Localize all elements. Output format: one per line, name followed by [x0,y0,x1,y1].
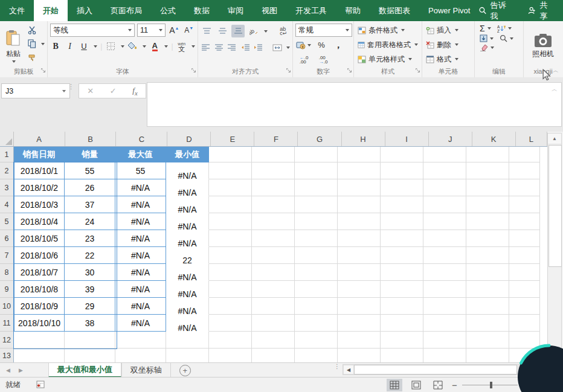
cell-F3[interactable] [252,179,295,196]
cell-J7[interactable] [423,247,466,264]
column-header-H[interactable]: H [342,132,385,146]
format-as-table-button[interactable]: 套用表格格式 [356,38,419,51]
cell-L2[interactable] [509,162,540,179]
row-header-7[interactable]: 7 [0,247,14,264]
cell-G9[interactable] [295,281,338,298]
cell-G7[interactable] [295,247,338,264]
alignment-dialog-launcher[interactable] [286,66,291,76]
cell-F4[interactable] [252,196,295,213]
scroll-up-arrow[interactable]: ▲ [548,133,561,144]
cell-J12[interactable] [423,332,466,349]
cell-J3[interactable] [423,179,466,196]
find-select-button[interactable] [500,34,513,42]
page-layout-view-button[interactable] [408,379,424,391]
cell-G11[interactable] [295,315,338,332]
cell-C8[interactable]: #N/A [115,264,166,281]
name-box-splitter[interactable]: ⋮ [68,85,74,88]
cell-H5[interactable] [338,213,381,230]
cell-L10[interactable] [509,298,540,315]
font-dialog-launcher[interactable] [191,66,196,76]
cell-E13[interactable] [209,349,252,362]
cell-B4[interactable]: 37 [65,196,115,213]
menu-tab-11[interactable]: Power Pivot [419,0,479,21]
fill-color-dropdown-caret[interactable] [143,45,146,48]
sheet-nav-left-arrow[interactable]: ◀ [6,367,10,373]
cell-B8[interactable]: 30 [65,264,115,281]
cell-K6[interactable] [466,230,509,247]
cell-I12[interactable] [381,332,423,349]
row-header-5[interactable]: 5 [0,213,14,230]
insert-cells-button[interactable]: 插入 [425,24,472,37]
comma-style-button[interactable]: ， [332,39,345,51]
font-size-combo[interactable]: 11 [137,24,166,37]
cell-D1[interactable]: 最小值 [166,147,209,162]
font-name-combo[interactable]: 等线 [50,24,135,37]
font-color-button[interactable]: A [149,40,160,53]
row-header-11[interactable]: 11 [0,315,14,332]
cell-D5[interactable]: #N/A [166,213,209,230]
fill-button[interactable] [480,34,494,42]
paste-button[interactable]: 粘贴 [2,24,24,67]
normal-view-button[interactable] [387,379,402,391]
cell-I5[interactable] [381,213,423,230]
fill-color-button[interactable] [127,40,138,53]
cell-A6[interactable]: 2018/10/5 [14,230,65,247]
column-header-J[interactable]: J [429,132,472,146]
align-middle-button[interactable] [216,25,230,37]
cell-C13[interactable] [115,349,166,362]
cell-D13[interactable] [166,349,209,362]
align-center-button[interactable] [214,41,225,54]
cell-A2[interactable]: 2018/10/1 [14,162,65,179]
cell-J8[interactable] [423,264,466,281]
column-header-E[interactable]: E [211,132,254,146]
cell-G1[interactable] [295,147,338,162]
column-header-C[interactable]: C [116,132,167,146]
underline-dropdown-caret[interactable] [94,45,97,48]
cell-H1[interactable] [338,147,381,162]
cell-D10[interactable]: #N/A [166,298,209,315]
row-header-6[interactable]: 6 [0,230,14,247]
cell-A9[interactable]: 2018/10/8 [14,281,65,298]
cell-I13[interactable] [381,349,423,362]
column-header-B[interactable]: B [65,132,117,146]
tab-scrollbar-splitter[interactable]: ⋮ [334,365,340,368]
enter-button[interactable]: ✓ [110,86,117,95]
cell-D11[interactable]: #N/A [166,315,209,332]
cell-A5[interactable]: 2018/10/4 [14,213,65,230]
cell-G3[interactable] [295,179,338,196]
cell-G2[interactable] [295,162,338,179]
cell-E7[interactable] [209,247,252,264]
cell-C7[interactable]: #N/A [115,247,166,264]
column-header-F[interactable]: F [254,132,298,146]
row-header-10[interactable]: 10 [0,298,14,315]
cell-A12[interactable] [14,332,65,349]
row-header-3[interactable]: 3 [0,179,14,196]
menu-tab-9[interactable]: 帮助 [336,0,370,21]
decrease-decimal-button[interactable]: .00→.0 [316,53,330,66]
cell-C12[interactable] [115,332,166,349]
row-header-2[interactable]: 2 [0,162,14,179]
wrap-text-button[interactable]: abc↵ [277,25,290,37]
cell-L8[interactable] [509,264,540,281]
number-dialog-launcher[interactable] [347,66,352,76]
align-bottom-button[interactable] [231,25,245,37]
insert-function-button[interactable]: fx [132,86,137,97]
cell-D9[interactable]: #N/A [166,281,209,298]
cell-J13[interactable] [423,349,466,362]
cell-I7[interactable] [381,247,423,264]
delete-cells-button[interactable]: 删除 [425,38,472,51]
cell-H6[interactable] [338,230,381,247]
cell-F8[interactable] [252,264,295,281]
percent-style-button[interactable]: % [315,39,328,51]
page-break-view-button[interactable] [430,379,446,391]
cell-styles-button[interactable]: 单元格样式 [356,53,419,66]
cell-G8[interactable] [295,264,338,281]
cell-H3[interactable] [338,179,381,196]
menu-tab-1[interactable]: 开始 [34,0,68,21]
row-header-4[interactable]: 4 [0,196,14,213]
horizontal-scroll-thumb[interactable] [354,365,517,374]
cell-F11[interactable] [252,315,295,332]
cell-J11[interactable] [423,315,466,332]
scroll-left-arrow[interactable]: ◀ [343,365,354,374]
cell-A8[interactable]: 2018/10/7 [14,264,65,281]
